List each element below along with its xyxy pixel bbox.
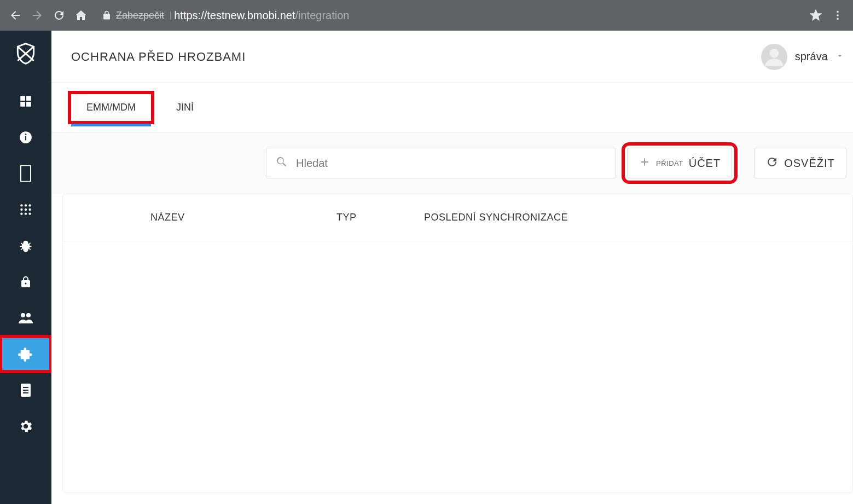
app-logo-shield-icon [13,40,39,67]
page-header: OCHRANA PŘED HROZBAMI správa [51,31,853,83]
sidebar-item-dashboard[interactable] [0,83,51,119]
sidebar-item-users[interactable] [0,300,51,336]
url-path: /integration [295,9,349,22]
lock-icon [102,10,112,20]
toolbar: PŘIDAT ÚČET OSVĚŽIT [51,132,853,194]
col-checkbox [85,212,150,223]
svg-point-17 [28,208,31,211]
svg-rect-11 [22,167,30,178]
svg-point-19 [25,212,27,215]
sidebar [0,31,51,504]
svg-rect-25 [23,387,28,388]
user-menu[interactable]: správa [761,44,844,70]
avatar-icon [761,44,787,70]
plus-icon [639,156,651,171]
svg-rect-26 [23,390,28,391]
col-last-sync[interactable]: POSLEDNÍ SYNCHRONIZACE [424,212,831,223]
add-small-label: PŘIDAT [656,159,683,167]
browser-home-button[interactable] [70,4,92,26]
add-account-button[interactable]: PŘIDAT ÚČET [627,148,732,178]
svg-rect-5 [20,102,25,107]
tab-others[interactable]: JINÍ [173,96,197,119]
browser-forward-button[interactable] [26,4,48,26]
tab-label: JINÍ [176,102,194,113]
svg-point-16 [25,208,27,211]
svg-rect-6 [26,102,31,107]
tab-emm-mdm[interactable]: EMM/MDM [71,94,151,121]
svg-point-1 [837,14,839,16]
app-root: OCHRANA PŘED HROZBAMI správa EMM/MDM JIN… [0,31,853,504]
svg-rect-8 [25,136,26,141]
page-title: OCHRANA PŘED HROZBAMI [71,50,246,64]
sidebar-item-integration[interactable] [0,336,51,372]
browser-chrome: Zabezpečit | https://testnew.bmobi.net/i… [0,0,853,31]
svg-rect-4 [26,96,31,101]
svg-rect-3 [20,96,25,101]
search-icon [275,155,296,171]
svg-point-15 [20,208,22,211]
browser-menu-icon[interactable] [827,4,849,26]
secure-label: Zabezpečit [116,10,164,21]
svg-point-23 [26,313,31,317]
refresh-button[interactable]: OSVĚŽIT [754,148,846,178]
sidebar-item-apps[interactable] [0,192,51,228]
browser-back-button[interactable] [4,4,26,26]
svg-rect-27 [23,392,28,393]
browser-reload-button[interactable] [48,4,70,26]
chevron-down-icon [835,51,844,62]
bookmark-star-icon[interactable] [805,4,827,26]
refresh-label: OSVĚŽIT [784,157,835,170]
svg-point-13 [25,204,27,206]
sidebar-item-device[interactable] [0,155,51,192]
url-host: https://testnew.bmobi.net [174,9,295,22]
svg-point-28 [769,49,779,58]
svg-point-9 [25,134,26,135]
svg-point-0 [837,11,839,13]
sidebar-item-info[interactable] [0,119,51,155]
refresh-icon [765,155,779,171]
data-panel: NÁZEV TYP POSLEDNÍ SYNCHRONIZACE [62,194,853,493]
svg-point-2 [837,18,839,20]
svg-point-14 [28,204,31,206]
browser-address-bar[interactable]: Zabezpečit | https://testnew.bmobi.net/i… [96,4,800,26]
user-label: správa [795,50,828,63]
main-content: OCHRANA PŘED HROZBAMI správa EMM/MDM JIN… [51,31,853,504]
sidebar-item-settings[interactable] [0,408,51,444]
table-header: NÁZEV TYP POSLEDNÍ SYNCHRONIZACE [63,194,852,241]
sidebar-item-document[interactable] [0,372,51,408]
search-input[interactable] [296,157,607,170]
svg-point-18 [20,212,22,215]
sidebar-item-lock[interactable] [0,264,51,300]
add-big-label: ÚČET [689,157,721,170]
sidebar-item-bug[interactable] [0,228,51,264]
tab-label: EMM/MDM [86,102,136,113]
tabs: EMM/MDM JINÍ [51,83,853,132]
svg-point-20 [28,212,31,215]
col-type[interactable]: TYP [336,212,424,223]
search-box[interactable] [266,148,616,178]
svg-point-12 [20,204,22,206]
svg-point-22 [21,313,25,317]
col-name[interactable]: NÁZEV [150,212,336,223]
svg-point-21 [25,283,27,285]
address-separator: | [170,10,172,20]
